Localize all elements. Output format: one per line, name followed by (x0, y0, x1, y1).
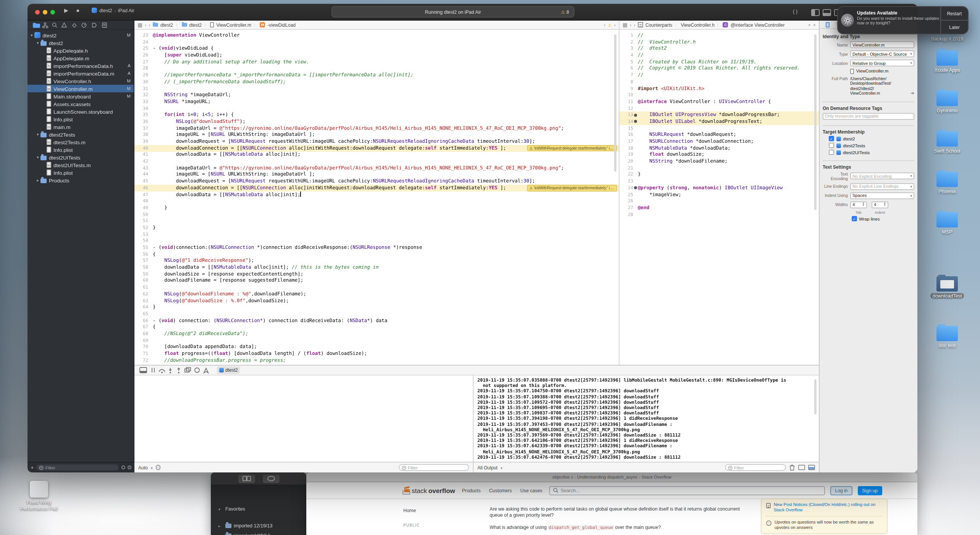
line-number[interactable]: 28 (134, 65, 148, 72)
gutter-line[interactable]: 25 (134, 45, 153, 52)
desktop-icon-backup-drive[interactable]: Backup II 2019 (915, 36, 979, 41)
line-number[interactable]: 51 (134, 218, 148, 224)
disclosure-triangle[interactable]: ▾ (218, 506, 223, 511)
disclosure-triangle[interactable]: ▾ (35, 132, 40, 137)
code-line[interactable]: // (638, 72, 819, 78)
code-line[interactable]: NSString *imageDataUrl; (153, 92, 619, 98)
run-button[interactable]: ▶ (64, 8, 68, 14)
variables-view[interactable] (134, 375, 473, 462)
warning-count[interactable]: 8 (566, 10, 569, 14)
line-number[interactable]: 56 (134, 251, 148, 257)
target-checkbox[interactable]: ✓ (829, 136, 834, 141)
line-number[interactable]: 65 (134, 311, 148, 317)
code-line[interactable]: NSMutableData *downloadData; (638, 145, 819, 151)
disclosure-triangle[interactable]: ▸ (35, 178, 40, 182)
navigator-tab-icons[interactable] (31, 21, 114, 29)
code-line[interactable]: downloadData = [[NSMutableData alloc]ini… (153, 191, 619, 198)
gutter-line[interactable]: 23 (134, 32, 153, 39)
desktop-icon-gyronimo[interactable]: Gyronimo (921, 91, 973, 113)
code-line[interactable]: @end (638, 205, 819, 211)
code-line[interactable]: // (638, 52, 819, 58)
code-line[interactable]: ​ (638, 79, 819, 85)
code-line[interactable]: // ViewController.h (638, 39, 819, 45)
photos-sidebar-item[interactable]: ▸imported 6/29/14 (218, 533, 270, 535)
scrollbar-main[interactable] (614, 34, 616, 172)
info-icon[interactable]: i (156, 465, 161, 470)
line-number[interactable]: 21 (619, 165, 633, 171)
forward-button[interactable]: › (149, 22, 150, 27)
line-number[interactable]: 39 (134, 138, 148, 145)
line-number[interactable]: 25 (619, 191, 633, 198)
navigator-item[interactable]: mdtest2UITests.m (27, 161, 134, 169)
gutter-line[interactable]: 28 (134, 65, 153, 72)
gutter-line[interactable]: 68 (134, 330, 153, 337)
gutter-line[interactable]: 33 (134, 98, 153, 105)
code-line[interactable]: ​ (153, 39, 619, 45)
line-number[interactable]: 10 (619, 92, 633, 98)
toggle-navigator-button[interactable] (811, 9, 820, 16)
code-line[interactable]: ​ (638, 211, 819, 218)
minimize-button[interactable] (43, 10, 47, 15)
code-line[interactable]: imageDataUrl = @"https://gyronimo.online… (153, 165, 619, 171)
photos-sidebar-item[interactable]: ▾Favorites (218, 506, 245, 511)
line-number[interactable]: 11 (619, 98, 633, 105)
forward-button[interactable]: › (634, 22, 636, 27)
gutter-line[interactable]: 65 (134, 311, 153, 317)
line-number[interactable]: 22 (619, 171, 633, 178)
line-number[interactable]: 54 (134, 238, 148, 244)
code-line[interactable]: ​ (153, 238, 619, 244)
code-line[interactable]: float downloadSize; (638, 151, 819, 158)
navigator-item[interactable]: LaunchScreen.storyboard (27, 108, 134, 115)
line-number[interactable]: 4 (619, 52, 633, 58)
odr-tags-field[interactable]: Only resources are taggable (823, 113, 914, 120)
line-number[interactable]: 14 (619, 118, 633, 125)
desktop-icon-fixed-wing-pad[interactable]: Fixed Wing Performance Pad (17, 481, 61, 511)
code-line[interactable]: // (_importPerformanceData downloadStuff… (153, 79, 619, 85)
navigator-item[interactable]: ▾dtest2 (27, 39, 134, 47)
line-number[interactable]: 5 (619, 59, 633, 65)
gutter-line[interactable]: 57 (134, 258, 153, 264)
gutter-line[interactable]: 42 (134, 158, 153, 164)
gutter-line[interactable]: 53 (134, 231, 153, 237)
line-number[interactable]: 7 (619, 72, 633, 78)
trash-icon[interactable] (789, 464, 795, 471)
gutter-line[interactable]: 35 (134, 112, 153, 118)
sign-up-button[interactable]: Sign up (857, 486, 882, 495)
code-review-button[interactable]: { } (793, 8, 797, 14)
breadcrumb[interactable]: dtest2 (160, 22, 173, 27)
line-number[interactable]: 57 (134, 258, 148, 264)
code-line[interactable]: NSLog(@"1 didReceiveResponse"); (153, 258, 619, 264)
line-number[interactable]: 48 (134, 198, 148, 204)
code-line[interactable]: // (638, 32, 819, 39)
line-number[interactable]: 61 (134, 284, 148, 290)
line-number[interactable]: 20 (619, 158, 633, 164)
line-number[interactable]: 52 (134, 224, 148, 231)
nav-use-cases[interactable]: Use cases (519, 488, 544, 493)
desktop-icon-phoenix[interactable]: Phoenix (921, 172, 973, 194)
xcode-window[interactable]: ▶ ■ dtest2 › iPad Air Running dtest2 on … (27, 4, 917, 472)
line-number[interactable]: 64 (134, 304, 148, 310)
gutter-line[interactable]: 64 (134, 304, 153, 310)
gutter-line[interactable]: 5 (619, 59, 638, 65)
line-number[interactable]: 70 (134, 344, 148, 350)
safari-window[interactable]: objective c - Understanding dispatch_asy… (306, 472, 917, 535)
disclosure-triangle[interactable]: ▾ (35, 40, 40, 45)
line-number[interactable]: 26 (134, 52, 148, 58)
gutter-line[interactable]: 27 (134, 59, 153, 65)
gutter-line[interactable]: 26 (134, 52, 153, 58)
navigator-item[interactable]: himportPerformanceData.hA (27, 62, 134, 69)
gutter-line[interactable]: 3 (619, 45, 638, 52)
gutter-line[interactable]: 30 (134, 79, 153, 85)
show-modified-files-icon[interactable] (128, 466, 131, 469)
code-line[interactable]: ​ (153, 211, 619, 218)
code-line[interactable]: ​ (153, 105, 619, 111)
gutter-line[interactable]: 58 (134, 264, 153, 271)
gutter-line[interactable]: 24 (134, 39, 153, 45)
code-line[interactable]: imageDataUrl = @"https://gyronimo.online… (153, 125, 619, 131)
safari-title-bar[interactable]: objective c - Understanding dispatch_asy… (306, 472, 917, 482)
line-number[interactable]: 68 (134, 330, 148, 337)
code-line[interactable]: *imageView; (638, 191, 819, 198)
line-number[interactable]: 34 (134, 105, 148, 111)
gutter-line[interactable]: 24 (619, 185, 638, 191)
line-number[interactable]: 16 (619, 132, 633, 138)
